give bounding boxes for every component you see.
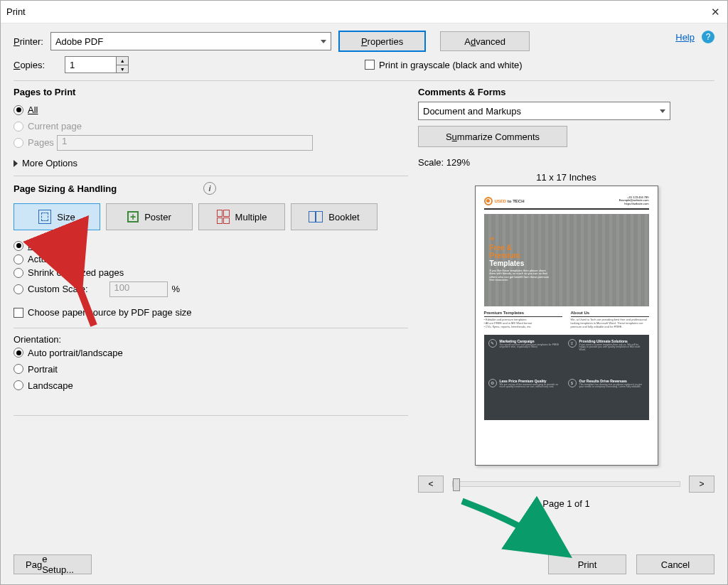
more-options-expander[interactable]: More Options [14,158,408,168]
spinner-down-icon[interactable]: ▼ [117,65,128,73]
choose-paper-source-checkbox[interactable]: Choose paper source by PDF page size [14,307,192,318]
help-icon[interactable]: ? [702,31,714,43]
tab-poster[interactable]: +Poster [106,203,193,230]
comments-forms-select[interactable]: Document and Markups [418,102,670,120]
copies-input[interactable]: 1 ▲ ▼ [65,56,129,73]
tab-multiple[interactable]: Multiple [198,203,285,230]
orientation-title: Orientation: [14,334,408,345]
close-icon[interactable]: ✕ [697,6,720,18]
printer-value: Adobe PDF [55,36,103,47]
copies-value: 1 [70,60,75,70]
poster-icon: + [127,211,139,222]
radio-pages: Pages [14,137,54,148]
pages-input: 1 [57,135,313,151]
help-link[interactable]: Help [675,32,695,43]
slider-thumb-icon[interactable] [453,478,460,491]
comments-forms-title: Comments & Forms [418,87,714,97]
grayscale-checkbox[interactable]: Print in grayscale (black and white) [365,60,523,70]
radio-portrait[interactable]: Portrait [14,364,408,375]
info-icon[interactable]: i [203,182,216,195]
chevron-down-icon [660,109,665,113]
comments-forms-value: Document and Markups [423,106,521,117]
printer-label: Printer: [14,36,43,47]
expand-right-icon [14,160,18,167]
spinner-up-icon[interactable]: ▲ [117,57,128,65]
radio-landscape[interactable]: Landscape [14,380,408,391]
radio-current-page: Current page [14,121,408,132]
cancel-button[interactable]: Cancel [636,554,714,574]
advanced-button[interactable]: Advanced [440,31,530,51]
tab-size[interactable]: Size [14,203,100,230]
custom-scale-input: 100 [109,281,168,297]
printer-select[interactable]: Adobe PDF [50,32,331,50]
multiple-icon [217,210,230,224]
preview-next-button[interactable]: > [689,476,714,493]
chevron-down-icon [321,40,326,43]
pages-to-print-title: Pages to Print [14,87,408,97]
window-title: Print [6,6,697,17]
radio-all[interactable]: All [14,104,408,115]
print-button[interactable]: Print [548,554,626,574]
preview-page: USED to TECH +01 123 456 789Example@webs… [475,186,658,466]
radio-fit[interactable]: Fit [14,240,408,251]
scale-label: Scale: 129% [418,157,714,168]
page-indicator: Page 1 of 1 [542,498,590,509]
checkbox-icon [14,308,23,318]
size-icon [38,210,51,224]
summarize-comments-button[interactable]: Summarize Comments [418,126,567,147]
sizing-title: Page Sizing & Handling i [14,182,408,195]
page-setup-button[interactable]: Page Setup... [14,554,92,574]
preview-dimensions: 11 x 17 Inches [536,172,596,183]
copies-label: Copies: [14,60,45,70]
checkbox-icon [365,60,375,70]
grayscale-label: Print in grayscale (black and white) [379,60,523,70]
preview-prev-button[interactable]: < [418,476,444,493]
properties-button[interactable]: Properties [338,31,426,52]
radio-auto-orientation[interactable]: Auto portrait/landscape [14,348,408,358]
booklet-icon [309,211,323,222]
radio-custom-scale[interactable]: Custom Scale: [14,284,88,294]
radio-actual-size[interactable]: Actual size [14,254,408,264]
tab-booklet[interactable]: Booklet [291,203,378,230]
preview-slider[interactable] [452,481,680,487]
percent-label: % [172,284,181,294]
radio-shrink[interactable]: Shrink oversized pages [14,267,408,278]
